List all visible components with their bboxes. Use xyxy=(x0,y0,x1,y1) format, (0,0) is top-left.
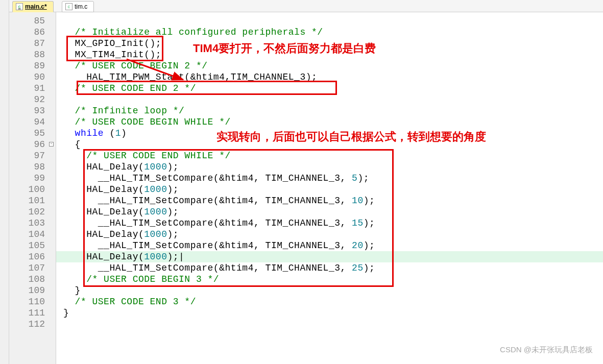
line-number: 95 xyxy=(19,128,45,139)
code-text: MX_TIM4_Init(); xyxy=(75,50,162,60)
line-number: 88 xyxy=(19,49,45,60)
line-number: 105 xyxy=(19,240,45,251)
line-number: 108 xyxy=(19,274,45,285)
code-area[interactable]: /* Initialize all configured peripherals… xyxy=(56,12,603,364)
line-number: 93 xyxy=(19,105,45,116)
line-number: 112 xyxy=(19,319,45,330)
code-comment: /* Initialize all configured peripherals… xyxy=(75,27,323,37)
code-line: __HAL_TIM_SetCompare(&htim4, TIM_CHANNEL… xyxy=(63,195,375,206)
code-comment: /* Infinite loop */ xyxy=(75,106,185,116)
code-text: } xyxy=(63,308,69,318)
line-number: 85 xyxy=(19,15,45,27)
code-line: HAL_TIM_PWM_Start(&htim4,TIM_CHANNEL_3); xyxy=(63,71,317,83)
fold-toggle-icon[interactable]: - xyxy=(49,142,54,147)
file-icon: c xyxy=(16,3,23,10)
code-line-current: HAL_Delay(1000);| xyxy=(56,251,603,262)
line-number: 89 xyxy=(19,60,45,71)
line-number: 107 xyxy=(19,262,45,274)
line-number: 110 xyxy=(19,296,45,307)
line-number: 92 xyxy=(19,94,45,105)
code-comment: /* USER CODE END WHILE */ xyxy=(86,151,231,161)
code-line: HAL_Delay(1000); xyxy=(63,206,179,217)
line-number: 106 xyxy=(19,251,45,262)
line-number: 90 xyxy=(19,71,45,83)
tab-tim-c[interactable]: c tim.c xyxy=(62,1,94,12)
gutter: 85 86 87 88 89 90 91 92 93 94 95 96 - 97… xyxy=(9,12,56,364)
line-number: 102 xyxy=(19,206,45,217)
code-line: __HAL_TIM_SetCompare(&htim4, TIM_CHANNEL… xyxy=(63,173,369,184)
line-number: 97 xyxy=(19,150,45,161)
code-line: __HAL_TIM_SetCompare(&htim4, TIM_CHANNEL… xyxy=(63,262,375,274)
code-text: { xyxy=(75,139,81,150)
line-number: 96 xyxy=(19,139,45,150)
line-number: 98 xyxy=(19,161,45,173)
line-number: 86 xyxy=(19,27,45,38)
code-text: MX_GPIO_Init(); xyxy=(75,38,162,48)
tab-bar: c main.c* c tim.c xyxy=(9,0,603,12)
code-line: HAL_Delay(1000); xyxy=(63,184,179,195)
code-comment: /* USER CODE BEGIN 2 */ xyxy=(75,61,208,71)
line-number: 104 xyxy=(19,229,45,240)
left-sidebar xyxy=(0,0,9,364)
tab-label: main.c* xyxy=(25,3,47,10)
line-number: 99 xyxy=(19,173,45,184)
tab-label: tim.c xyxy=(75,3,87,10)
code-comment: /* USER CODE END 2 */ xyxy=(75,83,196,93)
file-icon: c xyxy=(65,3,73,10)
line-number: 91 xyxy=(19,83,45,94)
code-line: HAL_Delay(1000); xyxy=(63,161,179,173)
code-comment: /* USER CODE BEGIN WHILE */ xyxy=(75,117,231,127)
code-text: } xyxy=(75,285,81,296)
tab-main-c[interactable]: c main.c* xyxy=(12,1,54,12)
line-number: 87 xyxy=(19,38,45,49)
line-number: 94 xyxy=(19,116,45,128)
line-number: 111 xyxy=(19,307,45,319)
line-number: 109 xyxy=(19,285,45,296)
code-comment: /* USER CODE BEGIN 3 */ xyxy=(86,274,219,284)
line-number: 101 xyxy=(19,195,45,206)
code-line: HAL_Delay(1000); xyxy=(63,229,179,240)
code-line: while (1) xyxy=(63,128,127,139)
code-comment: /* USER CODE END 3 */ xyxy=(75,297,196,307)
code-line: __HAL_TIM_SetCompare(&htim4, TIM_CHANNEL… xyxy=(63,217,375,229)
line-number: 103 xyxy=(19,217,45,229)
code-line: __HAL_TIM_SetCompare(&htim4, TIM_CHANNEL… xyxy=(63,240,375,251)
line-number: 100 xyxy=(19,184,45,195)
code-editor[interactable]: 85 86 87 88 89 90 91 92 93 94 95 96 - 97… xyxy=(9,12,603,364)
